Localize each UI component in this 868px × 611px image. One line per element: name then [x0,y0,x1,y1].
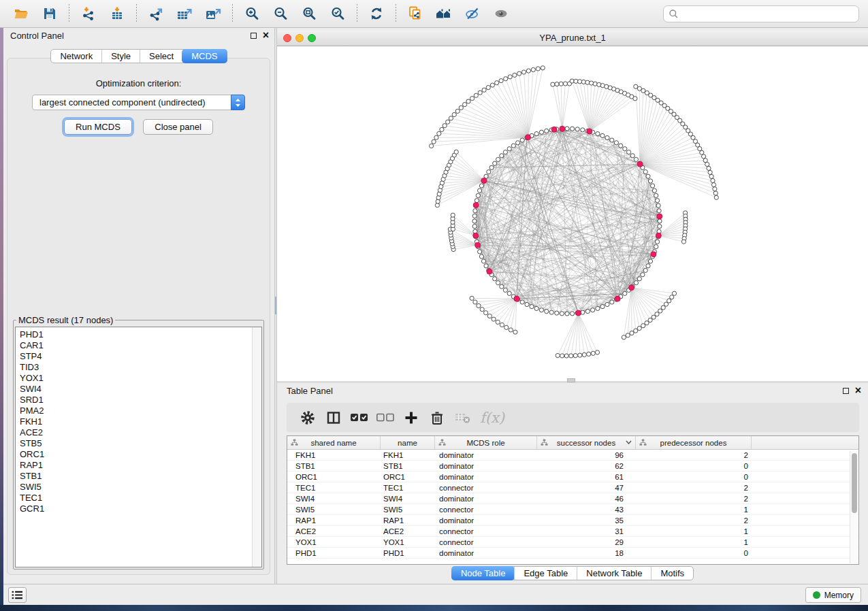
delete-table-icon-disabled [450,408,476,428]
export-network-icon[interactable] [146,3,166,24]
network-window-title: YPA_prune.txt_1 [277,31,868,46]
select-all-icon[interactable] [347,408,372,428]
table-row[interactable]: SWI5SWI5connector431 [287,504,858,515]
result-node[interactable]: RAP1 [20,460,252,471]
result-node[interactable]: STB1 [20,471,252,482]
result-node[interactable]: PHD1 [20,329,252,340]
network-canvas[interactable] [277,46,868,381]
show-columns-icon[interactable] [321,408,347,428]
result-node[interactable]: YOX1 [20,373,252,384]
result-node[interactable]: CAR1 [20,340,252,351]
cell: 61 [537,473,636,481]
table-row[interactable]: TEC1TEC1connector472 [287,482,858,493]
mcds-result-list[interactable]: PHD1CAR1STP4TID3YOX1SWI4SRD1PMA2FKH1ACE2… [15,327,262,567]
zoom-fit-icon[interactable] [299,3,319,24]
table-row[interactable]: FKH1FKH1dominator962 [287,450,858,461]
minimize-window-icon[interactable] [295,34,304,42]
column-header-MCDS-role[interactable]: MCDS role [435,436,537,450]
cell: 47 [537,484,636,492]
table-row[interactable]: STB1STB1dominator620 [287,461,858,472]
result-node[interactable]: STP4 [20,351,252,362]
column-header-predecessor-nodes[interactable]: predecessor nodes [636,436,752,450]
float-table-panel-icon[interactable] [843,388,849,394]
result-node[interactable]: SWI5 [20,482,252,493]
import-network-icon[interactable] [78,3,99,24]
close-panel-icon[interactable]: × [263,32,269,39]
network-window-titlebar[interactable]: YPA_prune.txt_1 [277,31,868,46]
optimization-criterion-label: Optimization criterion: [7,78,270,88]
table-row[interactable]: RAP1RAP1dominator352 [287,515,858,526]
result-node[interactable]: ORC1 [20,449,252,460]
result-node[interactable]: STB5 [20,438,252,449]
import-table-icon[interactable] [107,3,127,24]
main-toolbar [0,0,868,28]
tab-edge-table[interactable]: Edge Table [514,567,577,580]
column-header-shared-name[interactable]: shared name [287,436,381,450]
table-row[interactable]: ACE2ACE2connector311 [287,526,858,537]
zoom-out-icon[interactable] [270,3,291,24]
cell: dominator [435,495,537,503]
deselect-all-icon[interactable] [372,408,398,428]
table-row[interactable]: YOX1YOX1connector291 [287,537,858,548]
hide-selected-eye-icon[interactable] [462,3,483,24]
cell: 2 [636,451,752,459]
close-window-icon[interactable] [283,34,291,42]
table-row[interactable]: ORC1ORC1dominator610 [287,472,858,482]
float-panel-icon[interactable] [251,33,257,39]
export-table-icon[interactable] [174,3,195,24]
result-list-scrollbar[interactable] [252,327,261,567]
table-scrollbar[interactable] [850,451,858,563]
cell: TEC1 [287,484,381,492]
result-node[interactable]: SRD1 [20,395,252,406]
save-session-icon[interactable] [39,3,60,24]
cell: ACE2 [381,527,435,535]
column-header-name[interactable]: name [381,436,435,450]
mcds-result-fieldset: MCDS result (17 nodes) PHD1CAR1STP4TID3Y… [13,315,264,569]
tab-mcds[interactable]: MCDS [182,49,227,63]
share-network-file-icon[interactable] [405,3,425,24]
settings-gear-icon[interactable] [295,408,321,428]
zoom-in-icon[interactable] [242,3,262,24]
control-panel: Control Panel × NetworkStyleSelectMCDS O… [3,28,274,584]
cell: 96 [537,451,636,459]
cell: STB1 [287,462,381,470]
tab-network[interactable]: Network [51,50,101,63]
result-node[interactable]: ACE2 [20,427,252,438]
cell: 62 [537,462,636,470]
show-all-eye-icon[interactable] [491,3,511,24]
refresh-icon[interactable] [366,3,387,24]
close-panel-button[interactable]: Close panel [143,119,213,135]
memory-button[interactable]: Memory [805,587,861,603]
open-file-icon[interactable] [11,3,31,24]
table-scrollbar-thumb[interactable] [852,453,857,513]
result-node[interactable]: TID3 [20,362,252,373]
add-column-icon[interactable] [398,408,424,428]
tab-style[interactable]: Style [101,50,140,63]
table-row[interactable]: SWI4SWI4dominator462 [287,493,858,504]
result-node[interactable]: TEC1 [20,493,252,503]
memory-status-icon [813,591,820,599]
table-row[interactable]: PHD1PHD1dominator180 [287,548,858,559]
result-node[interactable]: FKH1 [20,416,252,427]
delete-columns-trash-icon[interactable] [424,408,450,428]
result-node[interactable]: GCR1 [20,503,252,514]
first-neighbors-houses-icon[interactable] [434,3,454,24]
close-table-panel-icon[interactable]: × [855,387,861,394]
list-icon [12,590,23,600]
automation-panel-button[interactable] [8,587,27,603]
run-mcds-button[interactable]: Run MCDS [64,119,132,135]
tab-motifs[interactable]: Motifs [651,567,693,580]
tab-network-table[interactable]: Network Table [577,567,651,580]
desktop-wallpaper-bottom [0,605,868,611]
criterion-dropdown[interactable]: largest connected component (undirected) [32,95,245,110]
tab-node-table[interactable]: Node Table [451,566,515,580]
result-node[interactable]: SWI4 [20,384,252,395]
maximize-window-icon[interactable] [308,34,316,42]
zoom-selected-icon[interactable] [327,3,348,24]
search-input[interactable] [679,7,858,21]
result-node[interactable]: PMA2 [20,406,252,416]
export-image-icon[interactable] [203,3,223,24]
tab-select[interactable]: Select [140,50,182,63]
memory-label: Memory [824,591,854,600]
column-header-successor-nodes[interactable]: successor nodes [537,436,636,450]
